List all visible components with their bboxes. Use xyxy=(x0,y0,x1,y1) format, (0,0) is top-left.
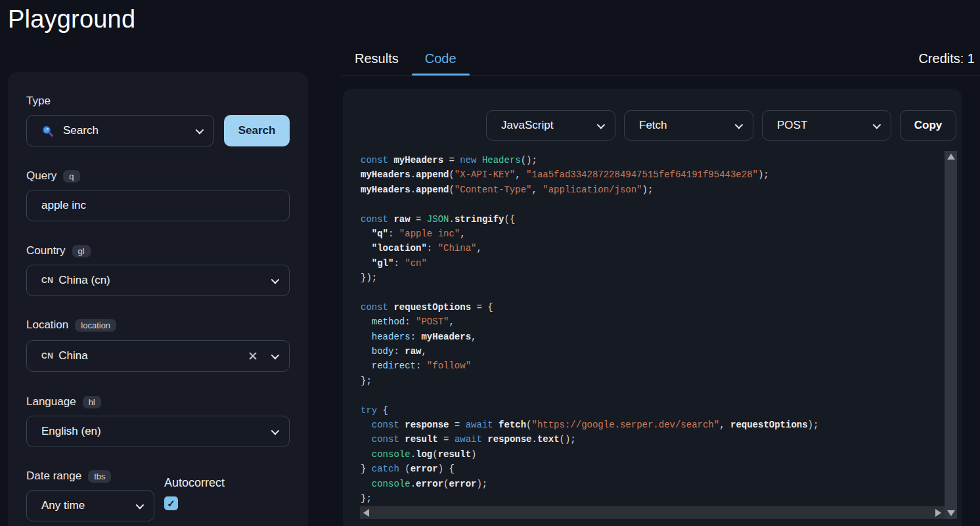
vertical-scrollbar[interactable] xyxy=(945,151,957,519)
location-select[interactable]: CN China ✕ xyxy=(26,340,290,372)
page-title: Playground xyxy=(8,5,135,33)
query-field-group: Query q apple inc xyxy=(26,168,290,221)
language-select-value: English (en) xyxy=(41,425,101,438)
country-label: Country xyxy=(26,244,66,257)
query-param-badge: q xyxy=(63,170,79,183)
type-select-value: Search xyxy=(63,124,99,137)
tab-results[interactable]: Results xyxy=(342,42,412,75)
clear-location-icon[interactable]: ✕ xyxy=(244,349,262,364)
chevron-down-icon xyxy=(271,426,280,435)
scroll-left-icon[interactable] xyxy=(363,509,369,517)
code-block: const myHeaders = new Headers();myHeader… xyxy=(361,153,944,506)
country-field-group: Country gl CN China (cn) xyxy=(26,243,290,296)
horizontal-scrollbar[interactable] xyxy=(360,506,945,519)
language-param-badge: hl xyxy=(83,396,101,408)
location-param-badge: location xyxy=(75,319,116,332)
checkmark-icon: ✓ xyxy=(167,498,175,510)
date-range-field-group: Date range tbs Any time Autocorrect ✓ xyxy=(26,468,290,521)
country-select-value: China (cn) xyxy=(58,274,110,287)
language-dropdown-value: JavaScript xyxy=(501,119,553,132)
query-label: Query xyxy=(26,169,56,183)
query-input[interactable]: apple inc xyxy=(26,190,290,221)
chevron-down-icon xyxy=(271,351,280,359)
http-method-dropdown[interactable]: POST xyxy=(762,110,891,141)
language-label: Language xyxy=(26,395,76,408)
type-label: Type xyxy=(26,95,51,108)
language-select[interactable]: English (en) xyxy=(26,416,290,447)
query-input-value: apple inc xyxy=(41,199,86,212)
library-dropdown-value: Fetch xyxy=(639,119,667,132)
chevron-down-icon xyxy=(271,275,280,284)
http-method-dropdown-value: POST xyxy=(777,119,807,132)
search-icon xyxy=(41,125,54,137)
autocorrect-label: Autocorrect xyxy=(164,476,225,490)
country-flag-code: CN xyxy=(41,276,53,285)
chevron-down-icon xyxy=(873,120,881,129)
date-range-label: Date range xyxy=(26,470,81,483)
copy-button[interactable]: Copy xyxy=(900,110,956,141)
date-range-param-badge: tbs xyxy=(88,470,111,483)
chevron-down-icon xyxy=(735,120,744,129)
tab-code[interactable]: Code xyxy=(412,42,470,75)
type-field-group: Type Search Search xyxy=(26,93,290,146)
location-field-group: Location location CN China ✕ xyxy=(26,317,290,372)
date-range-select[interactable]: Any time xyxy=(26,490,154,521)
country-flag-code: CN xyxy=(41,351,53,361)
language-field-group: Language hl English (en) xyxy=(26,394,290,447)
scroll-right-icon[interactable] xyxy=(935,509,941,517)
credits-counter: Credits: 1 xyxy=(918,42,980,75)
scroll-down-icon[interactable] xyxy=(947,510,955,516)
location-select-value: China xyxy=(58,349,87,362)
autocorrect-checkbox[interactable]: ✓ xyxy=(164,496,178,510)
scroll-up-icon[interactable] xyxy=(947,154,955,160)
chevron-down-icon xyxy=(597,120,606,129)
date-range-select-value: Any time xyxy=(41,499,85,512)
results-code-tabbar: Results Code Credits: 1 xyxy=(342,42,980,76)
chevron-down-icon xyxy=(196,125,204,134)
country-param-badge: gl xyxy=(72,245,91,257)
search-form-panel: Type Search Search Query q apple inc xyxy=(8,72,308,526)
language-dropdown[interactable]: JavaScript xyxy=(486,110,615,141)
location-label: Location xyxy=(26,318,68,332)
country-select[interactable]: CN China (cn) xyxy=(26,265,290,296)
code-panel: JavaScript Fetch POST Copy const myHeade… xyxy=(343,89,962,526)
chevron-down-icon xyxy=(136,500,145,509)
search-button[interactable]: Search xyxy=(224,115,290,146)
type-select[interactable]: Search xyxy=(26,115,214,146)
library-dropdown[interactable]: Fetch xyxy=(624,110,753,141)
